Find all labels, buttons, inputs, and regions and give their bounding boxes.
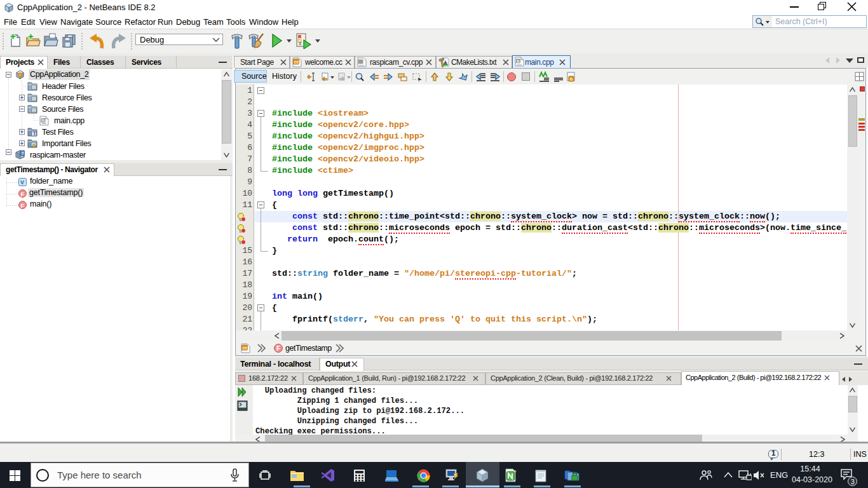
svg-text:h: h <box>570 77 573 81</box>
svg-text:T: T <box>32 131 36 137</box>
svg-text:?: ? <box>21 151 24 156</box>
svg-text:h: h <box>517 59 520 64</box>
svg-text:F: F <box>21 202 25 209</box>
svg-text:CC: CC <box>243 346 248 350</box>
svg-text:F: F <box>21 191 25 198</box>
svg-text:3: 3 <box>299 41 301 46</box>
svg-text:F: F <box>276 345 280 352</box>
svg-text:CC: CC <box>294 60 300 64</box>
svg-text:h: h <box>42 118 44 123</box>
svg-text:V: V <box>20 179 24 186</box>
